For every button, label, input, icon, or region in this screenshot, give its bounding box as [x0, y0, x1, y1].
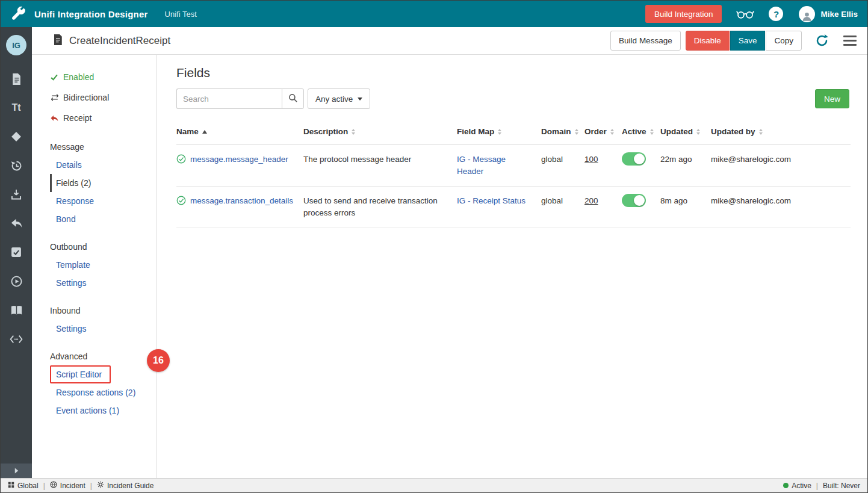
- globe-icon: [50, 481, 57, 490]
- integration-badge[interactable]: IG: [6, 35, 26, 55]
- sort-icon: [610, 129, 614, 135]
- sidebar-expand-icon[interactable]: [1, 464, 32, 478]
- sidebar-item-event-actions[interactable]: Event actions (1): [50, 402, 119, 420]
- search-input[interactable]: [176, 88, 282, 109]
- field-description: The protocol message header: [303, 153, 457, 166]
- field-name-link[interactable]: message.message_header: [190, 155, 288, 164]
- field-updated: 22m ago: [660, 153, 711, 166]
- app-selector[interactable]: Incident: [50, 481, 85, 490]
- section-title-outbound: Outbound: [50, 238, 157, 256]
- field-updated: 8m ago: [660, 195, 711, 207]
- text-fields-icon[interactable]: Tt: [10, 101, 23, 114]
- save-button[interactable]: Save: [730, 31, 766, 51]
- field-map-link[interactable]: IG - Receipt Status: [457, 196, 525, 205]
- search-icon: [288, 93, 298, 105]
- sidebar-item-receipt[interactable]: Receipt: [50, 108, 157, 128]
- column-header-description[interactable]: Description: [303, 127, 457, 136]
- column-header-name[interactable]: Name: [176, 127, 303, 136]
- context-selector[interactable]: Incident Guide: [97, 481, 153, 490]
- sort-icon: [650, 129, 654, 135]
- page-title: Fields: [176, 66, 849, 80]
- field-map-link[interactable]: IG - Message Header: [457, 155, 506, 176]
- gear-icon: [97, 481, 104, 490]
- new-button[interactable]: New: [815, 89, 849, 108]
- field-order-link[interactable]: 200: [584, 196, 598, 205]
- field-map-icon[interactable]: [10, 130, 23, 143]
- chevron-down-icon: [358, 98, 362, 101]
- sort-icon: [498, 129, 501, 135]
- column-header-domain[interactable]: Domain: [541, 127, 584, 136]
- user-avatar[interactable]: [799, 6, 815, 22]
- column-header-updated-by[interactable]: Updated by: [711, 127, 851, 136]
- active-toggle[interactable]: [622, 152, 646, 166]
- disable-button[interactable]: Disable: [686, 31, 730, 51]
- table-row: message.transaction_details Used to send…: [176, 187, 851, 228]
- sort-asc-icon: [202, 130, 207, 134]
- integration-status: Active: [783, 482, 811, 490]
- sort-icon: [575, 129, 578, 135]
- field-description: Used to send and receive transaction pro…: [303, 195, 457, 219]
- sidebar-item-fields[interactable]: Fields (2): [50, 174, 91, 192]
- bidirectional-arrows-icon: [50, 93, 63, 102]
- help-icon[interactable]: ?: [769, 7, 783, 21]
- column-header-order[interactable]: Order: [584, 127, 622, 136]
- field-domain: global: [541, 153, 584, 166]
- run-icon[interactable]: [10, 274, 23, 288]
- history-icon[interactable]: [10, 159, 23, 172]
- build-message-button[interactable]: Build Message: [610, 31, 681, 51]
- field-updated-by: mike@sharelogic.com: [711, 195, 851, 207]
- app-window: Unifi Integration Designer Unifi Test Bu…: [0, 0, 868, 493]
- sidebar-item-outbound-settings[interactable]: Settings: [50, 274, 87, 292]
- table-row: message.message_header The protocol mess…: [176, 145, 851, 187]
- check-icon: [50, 73, 63, 81]
- undo-icon[interactable]: [10, 217, 23, 230]
- section-title-advanced: Advanced: [50, 347, 157, 365]
- record-actions-group: Disable Save Copy: [686, 31, 802, 51]
- documentation-icon[interactable]: [10, 303, 23, 317]
- active-filter-dropdown[interactable]: Any active: [308, 88, 370, 109]
- code-icon[interactable]: [10, 332, 23, 346]
- sidebar-item-enabled[interactable]: Enabled: [50, 67, 157, 87]
- sort-icon: [352, 129, 355, 135]
- record-title: CreateIncidentReceipt: [69, 35, 170, 47]
- menu-icon[interactable]: [843, 33, 857, 48]
- column-header-updated[interactable]: Updated: [660, 127, 711, 136]
- sidebar-item-script-editor[interactable]: Script Editor: [50, 365, 111, 383]
- list-controls: Any active New: [176, 88, 849, 109]
- sidebar-item-inbound-settings[interactable]: Settings: [50, 320, 87, 338]
- search-button[interactable]: [282, 88, 304, 109]
- column-header-field-map[interactable]: Field Map: [457, 127, 541, 136]
- field-order-link[interactable]: 100: [584, 155, 598, 164]
- sidebar-item-bidirectional[interactable]: Bidirectional: [50, 87, 157, 108]
- refresh-icon[interactable]: [815, 34, 829, 48]
- download-icon[interactable]: [10, 188, 23, 201]
- document-nav-icon[interactable]: [10, 72, 23, 85]
- copy-button[interactable]: Copy: [766, 31, 802, 51]
- field-domain: global: [541, 195, 584, 207]
- field-updated-by: mike@sharelogic.com: [711, 153, 851, 166]
- annotation-step-badge: 16: [147, 349, 170, 372]
- built-status: Built: Never: [823, 482, 860, 490]
- receipt-arrow-icon: [50, 114, 63, 122]
- sidebar-item-response[interactable]: Response: [50, 192, 94, 210]
- user-name[interactable]: Mike Ellis: [820, 10, 858, 19]
- active-toggle[interactable]: [622, 194, 646, 207]
- sidebar-item-template[interactable]: Template: [50, 256, 90, 274]
- sidebar-item-response-actions[interactable]: Response actions (2): [50, 383, 135, 402]
- sidebar-item-bond[interactable]: Bond: [50, 210, 76, 228]
- fields-table: Name Description Field Map Domain Order: [176, 119, 851, 228]
- wrench-logo-icon: [10, 6, 26, 22]
- sidebar-nav: Enabled Bidirectional Receipt Message De…: [32, 55, 157, 478]
- scope-selector[interactable]: Global: [8, 482, 39, 490]
- record-header: CreateIncidentReceipt Build Message Disa…: [32, 27, 867, 55]
- field-name-link[interactable]: message.transaction_details: [190, 196, 293, 205]
- section-title-message: Message: [50, 138, 157, 156]
- build-integration-button[interactable]: Build Integration: [645, 5, 722, 23]
- app-title: Unifi Integration Designer: [34, 9, 148, 19]
- sidebar-item-details[interactable]: Details: [50, 156, 82, 174]
- column-header-active[interactable]: Active: [622, 127, 660, 136]
- glasses-icon[interactable]: [736, 9, 754, 19]
- sort-icon: [759, 129, 763, 135]
- grid-icon: [8, 482, 14, 490]
- tasks-icon[interactable]: [10, 246, 23, 259]
